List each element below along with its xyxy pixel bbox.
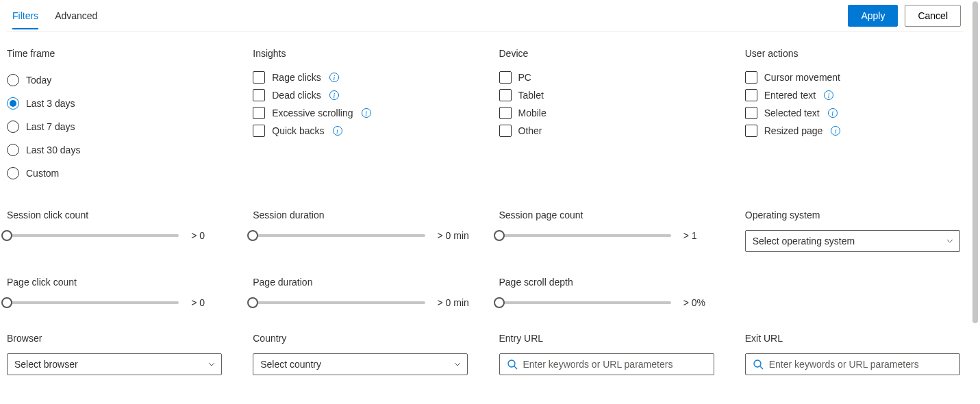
entry-url-input[interactable]	[523, 359, 707, 370]
page-duration-section: Page duration > 0 min	[253, 277, 471, 308]
slider-thumb-icon[interactable]	[247, 230, 258, 241]
svg-line-1	[514, 366, 517, 369]
checkbox-mobile[interactable]: Mobile	[499, 104, 718, 122]
radio-today[interactable]: Today	[7, 68, 225, 92]
radio-last-7-days[interactable]: Last 7 days	[7, 115, 225, 138]
browser-section: Browser Select browser	[7, 333, 225, 375]
page-duration-slider[interactable]	[253, 301, 425, 304]
page-scroll-depth-slider[interactable]	[499, 301, 671, 304]
session-page-count-slider[interactable]	[499, 234, 671, 237]
checkbox-label: Cursor movement	[764, 72, 840, 83]
radio-custom[interactable]: Custom	[7, 162, 225, 185]
session-click-count-section: Session click count > 0	[7, 210, 225, 252]
slider-thumb-icon[interactable]	[1, 230, 12, 241]
checkbox-dead-clicks[interactable]: Dead clicks i	[253, 86, 471, 104]
entry-url-input-wrap	[499, 353, 714, 375]
checkbox-icon	[745, 71, 757, 84]
checkbox-pc[interactable]: PC	[499, 68, 718, 86]
radio-icon	[7, 121, 19, 133]
info-icon[interactable]: i	[362, 108, 371, 118]
country-section: Country Select country	[253, 333, 471, 375]
tab-filters[interactable]: Filters	[12, 2, 38, 29]
radio-last-30-days[interactable]: Last 30 days	[7, 138, 225, 162]
checkbox-excessive-scrolling[interactable]: Excessive scrolling i	[253, 104, 471, 122]
vertical-scrollbar[interactable]	[970, 1, 980, 330]
checkbox-icon	[253, 71, 265, 84]
checkbox-icon	[745, 107, 757, 119]
section-title: Browser	[7, 333, 225, 344]
slider-value: > 0%	[683, 297, 718, 308]
checkbox-icon	[499, 125, 512, 137]
country-select[interactable]: Select country	[253, 353, 468, 375]
radio-label: Last 30 days	[26, 144, 80, 155]
apply-button[interactable]: Apply	[848, 5, 898, 27]
user-actions-title: User actions	[745, 48, 964, 59]
slider-value: > 1	[683, 230, 718, 241]
info-icon[interactable]: i	[831, 126, 840, 136]
checkbox-icon	[745, 125, 757, 137]
svg-line-3	[760, 366, 763, 369]
checkbox-rage-clicks[interactable]: Rage clicks i	[253, 68, 471, 86]
select-placeholder: Select browser	[14, 359, 78, 370]
info-icon[interactable]: i	[828, 108, 838, 118]
radio-last-3-days[interactable]: Last 3 days	[7, 92, 225, 115]
radio-label: Last 7 days	[26, 121, 75, 132]
slider-value: > 0	[191, 297, 225, 308]
section-title: Session click count	[7, 210, 225, 220]
time-frame-title: Time frame	[7, 48, 225, 59]
checkbox-icon	[745, 89, 757, 101]
radio-label: Custom	[26, 168, 59, 179]
svg-point-0	[508, 360, 515, 367]
slider-thumb-icon[interactable]	[494, 230, 505, 241]
checkbox-other[interactable]: Other	[499, 122, 718, 140]
checkbox-label: Resized page	[764, 125, 823, 136]
info-icon[interactable]: i	[329, 90, 339, 100]
checkbox-label: Excessive scrolling	[272, 108, 353, 118]
section-title: Entry URL	[499, 333, 718, 344]
entry-url-section: Entry URL	[499, 333, 718, 375]
device-title: Device	[499, 48, 718, 59]
checkbox-label: Mobile	[518, 108, 546, 118]
section-title: Page duration	[253, 277, 471, 288]
section-title: Operating system	[745, 210, 964, 220]
info-icon[interactable]: i	[329, 73, 339, 82]
cancel-button[interactable]: Cancel	[905, 5, 961, 27]
checkbox-selected-text[interactable]: Selected text i	[745, 104, 964, 122]
checkbox-tablet[interactable]: Tablet	[499, 86, 718, 104]
slider-thumb-icon[interactable]	[494, 297, 505, 308]
page-click-count-slider[interactable]	[7, 301, 179, 304]
slider-thumb-icon[interactable]	[1, 297, 12, 308]
operating-system-select[interactable]: Select operating system	[745, 230, 960, 252]
checkbox-icon	[499, 71, 512, 84]
page-scroll-depth-section: Page scroll depth > 0%	[499, 277, 718, 308]
search-icon	[507, 359, 518, 370]
checkbox-label: PC	[518, 72, 531, 83]
session-click-count-slider[interactable]	[7, 234, 179, 237]
exit-url-input[interactable]	[769, 359, 953, 370]
checkbox-label: Rage clicks	[272, 72, 321, 83]
slider-thumb-icon[interactable]	[247, 297, 258, 308]
tab-advanced[interactable]: Advanced	[55, 2, 97, 29]
info-icon[interactable]: i	[824, 90, 833, 100]
browser-select[interactable]: Select browser	[7, 353, 222, 375]
page-click-count-section: Page click count > 0	[7, 277, 225, 308]
checkbox-icon	[499, 107, 512, 119]
section-title: Session page count	[499, 210, 718, 220]
checkbox-label: Tablet	[518, 90, 544, 101]
session-page-count-section: Session page count > 1	[499, 210, 718, 252]
slider-value: > 0 min	[438, 297, 472, 308]
session-duration-section: Session duration > 0 min	[253, 210, 471, 252]
info-icon[interactable]: i	[333, 126, 342, 136]
tabs: Filters Advanced	[7, 2, 97, 29]
action-buttons: Apply Cancel	[848, 5, 964, 27]
checkbox-resized-page[interactable]: Resized page i	[745, 122, 964, 140]
checkbox-entered-text[interactable]: Entered text i	[745, 86, 964, 104]
chevron-down-icon	[208, 360, 216, 368]
section-title: Country	[253, 333, 471, 344]
session-duration-slider[interactable]	[253, 234, 425, 237]
scrollbar-thumb-icon[interactable]	[972, 1, 978, 323]
radio-label: Today	[26, 75, 51, 86]
top-bar: Filters Advanced Apply Cancel	[7, 0, 964, 31]
checkbox-cursor-movement[interactable]: Cursor movement	[745, 68, 964, 86]
checkbox-quick-backs[interactable]: Quick backs i	[253, 122, 471, 140]
